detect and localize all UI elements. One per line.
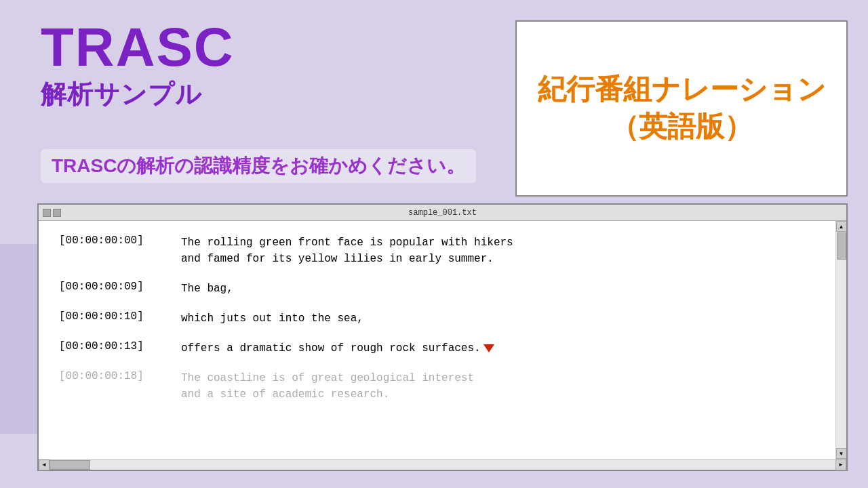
titlebar-btn-2[interactable] xyxy=(53,209,61,217)
transcript-text-0: The rolling green front face is popular … xyxy=(181,235,513,267)
scroll-track-v xyxy=(836,232,846,448)
category-panel: 紀行番組ナレーション（英語版） xyxy=(515,20,848,197)
tagline-text: TRASCの解析の認識精度をお確かめください。 xyxy=(41,149,476,183)
editor-filename: sample_001.txt xyxy=(408,208,477,218)
timestamp-2: [00:00:00:10] xyxy=(59,310,181,327)
table-row: [00:00:00:09]The bag, xyxy=(59,281,815,297)
transcript-text-2: which juts out into the sea, xyxy=(181,310,363,327)
editor-window: sample_001.txt [00:00:00:00]The rolling … xyxy=(37,203,848,471)
cursor-indicator xyxy=(484,344,494,352)
category-label: 紀行番組ナレーション（英語版） xyxy=(538,71,826,145)
vertical-scrollbar[interactable]: ▲ ▼ xyxy=(835,221,846,459)
table-row: [00:00:00:00]The rolling green front fac… xyxy=(59,235,815,267)
timestamp-1: [00:00:00:09] xyxy=(59,281,181,297)
scroll-right-arrow[interactable]: ► xyxy=(835,460,846,470)
scroll-down-arrow[interactable]: ▼ xyxy=(836,448,847,459)
table-row: [00:00:00:18]The coastline is of great g… xyxy=(59,370,815,403)
table-row: [00:00:00:13]offers a dramatic show of r… xyxy=(59,340,815,357)
app-subtitle: 解析サンプル xyxy=(41,77,235,112)
scroll-track-h xyxy=(50,460,835,470)
timestamp-0: [00:00:00:00] xyxy=(59,235,181,267)
timestamp-4: [00:00:00:18] xyxy=(59,370,181,403)
titlebar-buttons xyxy=(43,209,61,217)
scroll-left-arrow[interactable]: ◄ xyxy=(39,460,50,470)
app-title: TRASC xyxy=(41,20,235,75)
editor-content[interactable]: [00:00:00:00]The rolling green front fac… xyxy=(39,221,835,459)
table-row: [00:00:00:10]which juts out into the sea… xyxy=(59,310,815,327)
scroll-thumb-h[interactable] xyxy=(50,460,90,470)
branding-area: TRASC 解析サンプル xyxy=(41,20,235,112)
editor-body: [00:00:00:00]The rolling green front fac… xyxy=(39,221,846,459)
scroll-thumb-v[interactable] xyxy=(837,232,846,260)
horizontal-scrollbar[interactable]: ◄ ► xyxy=(39,459,846,470)
transcript-text-1: The bag, xyxy=(181,281,233,297)
transcript-text-4: The coastline is of great geological int… xyxy=(181,370,474,403)
timestamp-3: [00:00:00:13] xyxy=(59,340,181,357)
editor-titlebar: sample_001.txt xyxy=(39,205,846,221)
titlebar-btn-1[interactable] xyxy=(43,209,51,217)
scroll-up-arrow[interactable]: ▲ xyxy=(836,221,847,232)
transcript-text-3: offers a dramatic show of rough rock sur… xyxy=(181,340,494,357)
